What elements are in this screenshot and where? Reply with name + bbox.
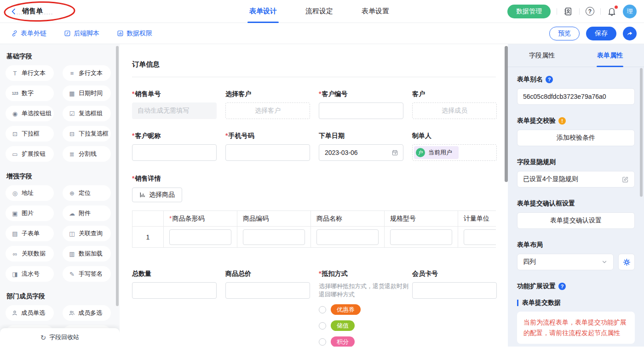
canvas-scrollbar[interactable] xyxy=(505,46,508,182)
form-alias-input[interactable]: 56c05c8dfdcb3723e79a76a0 xyxy=(517,88,635,105)
field-sales-detail-subform: *销售详情 选择商品 *商品条形码 商品编码 商品名称 规格型号 计量单位 xyxy=(132,175,508,248)
radio-unselected[interactable] xyxy=(319,306,326,313)
unit-cell-input[interactable] xyxy=(464,229,496,245)
tab-form-properties[interactable]: 表单属性 xyxy=(576,44,644,67)
option-pill: 储值 xyxy=(331,320,355,331)
tab-form-design[interactable]: 表单设计 xyxy=(249,0,277,23)
product-name-cell-input[interactable] xyxy=(316,229,379,245)
discount-option-points[interactable]: 积分 xyxy=(319,336,412,347)
member-card-no-input[interactable] xyxy=(412,282,497,299)
field-item-location[interactable]: ⊕定位 xyxy=(63,185,111,201)
field-item-subform[interactable]: ▤子表单 xyxy=(6,226,54,241)
field-discount-method[interactable]: *抵扣方式 选择哪种抵扣方式，退货退款时则退回哪种方式 优惠券 储值 积分 无抵… xyxy=(319,270,412,347)
choose-customer-picker[interactable]: 选择客户 xyxy=(225,102,310,119)
help-icon[interactable]: ? xyxy=(586,7,594,16)
field-total-price[interactable]: 商品总价 xyxy=(225,270,319,299)
tab-field-properties[interactable]: 字段属性 xyxy=(508,44,576,67)
field-item-member-single[interactable]: 成员单选 xyxy=(6,305,54,321)
customer-nickname-input[interactable] xyxy=(132,144,217,161)
contacts-icon[interactable] xyxy=(563,6,573,17)
tab-form-setting[interactable]: 表单设置 xyxy=(362,0,389,23)
field-item-multi-line-text[interactable]: ≡多行文本 xyxy=(63,65,111,81)
total-quantity-input[interactable] xyxy=(132,282,217,299)
data-permission-link[interactable]: 数据权限 xyxy=(117,29,152,38)
flow-form-warning: 当前为流程表单，表单提交功能扩展的配置，请前往流程发起节点属性 xyxy=(517,312,635,344)
user-avatar[interactable]: 理 xyxy=(623,5,637,18)
field-member-card-no[interactable]: 会员卡号 xyxy=(412,270,506,299)
field-customer-nickname[interactable]: *客户昵称 xyxy=(132,132,225,161)
edit-icon[interactable] xyxy=(622,176,629,183)
discount-option-coupon[interactable]: 优惠券 xyxy=(319,304,412,315)
field-item-attachment[interactable]: ☁附件 xyxy=(63,205,111,221)
visibility-rules-field[interactable]: 已设置4个显隐规则 xyxy=(517,171,635,188)
field-recycle-bin[interactable]: ↻ 字段回收站 xyxy=(0,328,120,347)
form-external-link[interactable]: 表单外链 xyxy=(11,29,46,38)
field-item-number[interactable]: 123数字 xyxy=(6,85,54,101)
field-item-serial-number[interactable]: ◨流水号 xyxy=(6,266,54,282)
total-price-input[interactable] xyxy=(225,282,310,299)
discount-option-stored-value[interactable]: 储值 xyxy=(319,320,412,331)
multi-select-icon: ⊟ xyxy=(69,131,75,137)
form-title[interactable]: 销售单 xyxy=(22,7,43,16)
field-choose-customer[interactable]: 选择客户 选择客户 xyxy=(225,90,319,119)
field-item-signature[interactable]: ✎手写签名 xyxy=(63,266,111,282)
layout-settings-button[interactable] xyxy=(618,254,635,270)
field-item-image[interactable]: ▣图片 xyxy=(6,205,54,221)
phone-number-input[interactable] xyxy=(225,144,310,161)
submit-confirm-button[interactable]: 表单提交确认设置 xyxy=(517,212,635,229)
serial-number-icon: ◨ xyxy=(12,271,18,278)
extension-help-icon[interactable]: ? xyxy=(558,283,566,290)
order-date-input[interactable]: 2023-03-06 xyxy=(319,144,403,161)
tab-flow-setting[interactable]: 流程设定 xyxy=(305,0,333,23)
field-item-multi-select[interactable]: ⊟下拉复选框 xyxy=(63,126,111,142)
radio-unselected[interactable] xyxy=(319,338,326,346)
customer-member-picker[interactable]: 选择成员 xyxy=(412,102,497,119)
chevron-down-icon xyxy=(601,259,608,265)
field-sales-order-no[interactable]: *销售单号 自动生成无需填写 xyxy=(132,90,225,119)
subform-row: 1 xyxy=(132,227,496,248)
field-item-divider[interactable]: ≣分割线 xyxy=(63,146,111,162)
validation-warning-icon[interactable]: ! xyxy=(558,117,566,125)
field-customer[interactable]: 客户 选择成员 xyxy=(412,90,506,119)
field-order-date[interactable]: 下单日期 2023-03-06 xyxy=(319,132,412,161)
field-item-linked-data[interactable]: ∞关联数据 xyxy=(6,246,54,262)
notifications-bell-icon[interactable] xyxy=(607,6,617,17)
add-validation-button[interactable]: 添加校验条件 xyxy=(517,130,635,146)
radio-unselected[interactable] xyxy=(319,322,326,330)
spec-model-cell-input[interactable] xyxy=(390,229,452,245)
data-manage-button[interactable]: 数据管理 xyxy=(507,5,551,18)
save-button[interactable]: 保存 xyxy=(586,27,616,40)
product-code-cell-input[interactable] xyxy=(243,229,305,245)
preview-button[interactable]: 预览 xyxy=(549,27,580,40)
sidebar-scrollbar[interactable] xyxy=(116,46,119,306)
field-item-select[interactable]: ⊡下拉框 xyxy=(6,126,54,142)
field-item-radio-group[interactable]: ◉单选按钮组 xyxy=(6,106,54,121)
back-button[interactable] xyxy=(10,8,17,15)
field-customer-code[interactable]: *客户编号 xyxy=(319,90,412,119)
field-item-member-multi[interactable]: 成员多选 xyxy=(63,305,111,321)
field-order-maker[interactable]: 制单人 户 当前用户 xyxy=(412,132,506,161)
field-item-checkbox-group[interactable]: ☑复选框组 xyxy=(63,106,111,121)
customer-code-input[interactable] xyxy=(319,102,403,119)
order-maker-picker[interactable]: 户 当前用户 xyxy=(412,144,497,161)
field-phone-number[interactable]: *手机号码 xyxy=(225,132,319,161)
permission-icon xyxy=(117,30,124,37)
form-layout-select[interactable]: 四列 xyxy=(517,254,614,270)
properties-panel: 字段属性 表单属性 表单别名 ? 56c05c8dfdcb3723e79a76a… xyxy=(508,44,644,347)
sales-order-no-input[interactable]: 自动生成无需填写 xyxy=(132,102,217,119)
form-layout-label: 表单布局 xyxy=(517,241,543,249)
barcode-cell-input[interactable] xyxy=(169,229,231,245)
field-item-datetime[interactable]: ▦日期时间 xyxy=(63,85,111,101)
script-icon xyxy=(64,30,71,37)
field-item-linked-query[interactable]: ◫关联查询 xyxy=(63,226,111,241)
field-item-extend-button[interactable]: ▭扩展按钮 xyxy=(6,146,54,162)
field-item-data-load[interactable]: ▥数据加载 xyxy=(63,246,111,262)
field-item-single-line-text[interactable]: T单行文本 xyxy=(6,65,54,81)
backend-script-link[interactable]: 后端脚本 xyxy=(64,29,99,38)
alias-help-icon[interactable]: ? xyxy=(546,76,553,83)
share-button[interactable] xyxy=(623,27,637,40)
field-item-address[interactable]: ◎地址 xyxy=(6,185,54,201)
choose-product-button[interactable]: 选择商品 xyxy=(132,188,182,202)
panel-scrollbar[interactable] xyxy=(640,68,643,197)
field-total-quantity[interactable]: 总数量 xyxy=(132,270,225,299)
